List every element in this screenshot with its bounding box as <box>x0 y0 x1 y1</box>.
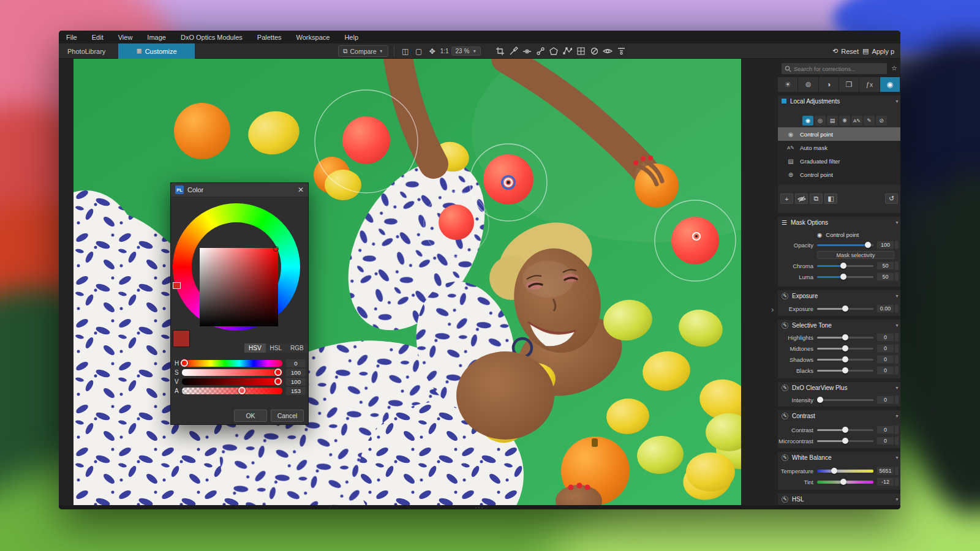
tool-brush-icon[interactable]: ✎ <box>864 116 875 126</box>
value-value[interactable]: 100 <box>286 378 306 386</box>
menu-palettes[interactable]: Palettes <box>250 31 289 43</box>
panel-collapse-chevron[interactable]: › <box>771 305 774 314</box>
apply-preset-button[interactable]: ▤ Apply p <box>862 47 894 55</box>
contrast-header[interactable]: ✎ Contrast ▼ <box>778 410 900 421</box>
list-item-control-point-2[interactable]: ⊕ Control point <box>778 168 900 181</box>
temperature-value[interactable]: 5651 <box>876 467 894 475</box>
opacity-slider[interactable] <box>817 244 873 246</box>
collapse-arrow-icon[interactable]: ▼ <box>895 455 899 460</box>
search-input[interactable] <box>794 66 884 72</box>
tool-auto-mask-icon[interactable]: A✎ <box>851 116 862 126</box>
cancel-button[interactable]: Cancel <box>271 410 304 422</box>
exposure-header[interactable]: ✎ Exposure ▼ <box>778 290 900 301</box>
zoom-level-dropdown[interactable]: 23 % ▼ <box>451 47 481 56</box>
collapse-arrow-icon[interactable]: ▼ <box>895 99 899 103</box>
midtones-slider[interactable] <box>817 348 873 350</box>
mask-options-header[interactable]: ☰ Mask Options ▼ <box>778 217 900 228</box>
tab-color[interactable]: ⊚ <box>798 77 818 92</box>
filmstrip-handle[interactable]: ··· <box>59 505 900 509</box>
intensity-value[interactable]: 0 <box>876 395 894 404</box>
sv-marker[interactable] <box>273 246 279 252</box>
fit-image-icon[interactable]: ▢ <box>413 46 424 57</box>
reset-button[interactable]: ⟲ Reset <box>832 47 859 55</box>
highlights-value[interactable]: 0 <box>876 333 894 342</box>
tool-control-line-icon[interactable]: ◎ <box>815 116 826 126</box>
horizon-icon[interactable] <box>521 46 532 57</box>
control-points-icon[interactable] <box>535 46 546 57</box>
show-mask-eye-icon[interactable] <box>602 46 613 57</box>
add-adjustment-button[interactable]: + <box>780 193 793 204</box>
microcontrast-slider[interactable] <box>817 440 873 442</box>
reset-adjustments-icon[interactable]: ↺ <box>885 193 898 204</box>
menu-help[interactable]: Help <box>337 31 366 43</box>
list-item-control-point[interactable]: ◉ Control point <box>778 127 900 141</box>
temperature-slider[interactable] <box>817 470 873 473</box>
polygon-tool-icon[interactable] <box>548 46 559 57</box>
saturation-value-square[interactable] <box>200 248 278 326</box>
menu-file[interactable]: File <box>59 31 85 43</box>
tab-effects[interactable]: ƒx <box>859 77 879 92</box>
luma-value[interactable]: 50 <box>876 272 894 281</box>
midtones-value[interactable]: 0 <box>876 344 894 353</box>
tool-eraser-icon[interactable]: ⊘ <box>876 116 887 126</box>
split-view-icon[interactable]: ◫ <box>400 46 411 57</box>
tab-detail[interactable]: ◑ <box>819 77 839 92</box>
no-correction-icon[interactable] <box>589 46 600 57</box>
tab-light[interactable]: ☀ <box>778 77 797 92</box>
shadows-slider[interactable] <box>817 359 873 361</box>
polyline-tool-icon[interactable] <box>562 46 573 57</box>
compare-button[interactable]: ⧉ Compare ▼ <box>338 45 388 57</box>
local-adjustments-header[interactable]: Local Adjustments ▼ <box>778 96 900 107</box>
contrast-value[interactable]: 0 <box>876 425 894 434</box>
chroma-value[interactable]: 50 <box>876 261 894 270</box>
eyedropper-icon[interactable] <box>508 46 519 57</box>
blacks-value[interactable]: 0 <box>876 366 894 375</box>
saturation-slider[interactable] <box>182 369 282 376</box>
collapse-arrow-icon[interactable]: ▼ <box>895 414 899 418</box>
collapse-arrow-icon[interactable]: ▼ <box>895 386 899 390</box>
zoom-1to1-button[interactable]: 1:1 <box>440 46 449 57</box>
menu-edit[interactable]: Edit <box>85 31 111 43</box>
menu-image[interactable]: Image <box>140 31 173 43</box>
opacity-value[interactable]: 100 <box>876 241 894 249</box>
hide-mask-eye-icon[interactable] <box>795 193 808 204</box>
chevron-down-icon[interactable]: ▼ <box>379 49 383 53</box>
tab-photolibrary[interactable]: PhotoLibrary <box>59 43 114 59</box>
menu-dxo-optics-modules[interactable]: DxO Optics Modules <box>173 31 250 43</box>
exposure-slider[interactable] <box>817 308 873 310</box>
duplicate-icon[interactable]: ⧉ <box>810 193 823 204</box>
tab-geometry[interactable]: ❒ <box>839 77 859 92</box>
contrast-slider[interactable] <box>817 429 873 431</box>
tint-slider[interactable] <box>817 481 873 484</box>
tool-luminosity-mask-icon[interactable]: ❋ <box>839 116 850 126</box>
intensity-slider[interactable] <box>817 399 873 401</box>
pan-icon[interactable]: ✥ <box>427 46 438 57</box>
tab-local-adjustments[interactable]: ◉ <box>880 77 900 92</box>
tab-customize[interactable]: ≣ Customize <box>118 43 195 59</box>
list-item-auto-mask[interactable]: A✎ Auto mask <box>778 141 900 154</box>
crop-icon[interactable] <box>494 46 505 57</box>
exposure-value[interactable]: 0.00 <box>876 304 894 313</box>
close-icon[interactable]: ✕ <box>298 186 304 194</box>
alpha-value[interactable]: 153 <box>286 387 306 395</box>
luma-slider[interactable] <box>817 276 873 278</box>
collapse-arrow-icon[interactable]: ▼ <box>895 323 899 328</box>
selective-tone-header[interactable]: ✎ Selective Tone ▼ <box>778 320 900 331</box>
tint-value[interactable]: -12 <box>876 478 894 486</box>
ok-button[interactable]: OK <box>234 410 267 422</box>
microcontrast-value[interactable]: 0 <box>876 437 894 445</box>
invert-mask-icon[interactable]: ◧ <box>824 193 837 204</box>
tool-control-point-icon[interactable]: ◉ <box>802 116 813 126</box>
favorites-star-icon[interactable]: ☆ <box>891 64 897 72</box>
alpha-slider[interactable] <box>182 388 282 394</box>
color-dialog-titlebar[interactable]: PL Color ✕ <box>171 183 308 197</box>
tool-graduated-filter-icon[interactable]: ▤ <box>827 116 838 126</box>
chroma-slider[interactable] <box>817 265 873 267</box>
collapse-arrow-icon[interactable]: ▼ <box>895 294 899 298</box>
blacks-slider[interactable] <box>817 370 873 372</box>
collapse-arrow-icon[interactable]: ▼ <box>895 497 899 501</box>
tab-hsv[interactable]: HSV <box>244 343 266 353</box>
value-slider[interactable] <box>182 378 282 385</box>
list-item-graduated-filter[interactable]: ▤ Graduated filter <box>778 154 900 168</box>
shadows-value[interactable]: 0 <box>876 355 894 364</box>
